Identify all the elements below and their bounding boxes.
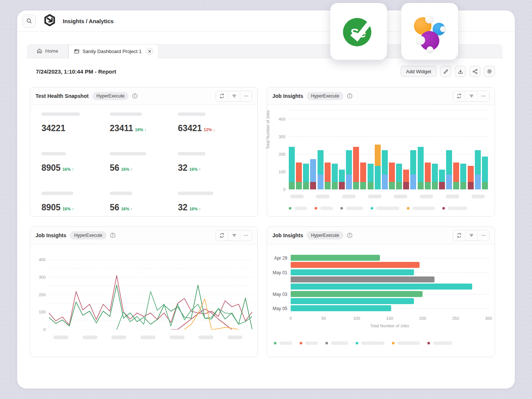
bar-segment [375,166,381,189]
legend-item[interactable] [356,341,384,345]
legend-item[interactable] [274,341,292,345]
stat-delta: 16% ↑ [121,207,133,211]
stacked-bar [296,163,302,189]
refresh-button[interactable] [216,91,228,101]
stacked-bar [360,163,366,189]
legend-item[interactable] [392,341,420,345]
jobs-hbar-chart: Apr 29May 01May 03May 050501001502002503… [267,244,495,357]
bar-segment [396,164,402,182]
more-options-button[interactable] [240,91,252,101]
info-icon[interactable] [347,93,353,99]
h-bar [291,284,472,290]
filter-button[interactable] [228,91,240,101]
info-icon[interactable] [110,232,116,238]
legend-dot [371,207,373,210]
bar-segment [482,157,488,182]
bar-segment [296,163,302,182]
legend-item[interactable] [315,207,333,210]
molecule-card[interactable] [401,3,458,60]
project-icon [74,49,80,54]
info-icon[interactable] [347,232,353,238]
bar-segment [475,150,481,174]
refresh-button[interactable] [453,231,465,241]
add-widget-button[interactable]: Add Widget [400,66,437,77]
settings-button[interactable] [484,66,495,77]
bar-segment [289,147,295,182]
x-axis-label-skeleton [290,195,304,198]
more-options-button[interactable] [240,231,252,241]
refresh-icon [219,93,225,99]
tab-project-label: Sanity Dashboard Project 1 [83,49,142,54]
legend-dot [356,342,358,344]
selenium-card[interactable]: Se [330,3,387,60]
stacked-bar [410,150,416,189]
legend-item[interactable] [340,207,363,210]
stacked-bar [425,163,431,189]
y-tick-label: May 03 [269,292,287,297]
legend-item[interactable] [289,207,307,210]
legend-item[interactable] [371,207,399,210]
legend-label-skeleton [448,207,467,210]
stat-cell: 890516% ↑ [41,192,110,213]
share-button[interactable] [469,66,480,77]
x-tick-label: 250 [451,316,460,321]
gear-icon [486,68,492,74]
pencil-icon [443,69,449,74]
bar-segment [468,182,474,189]
stacked-bar [446,150,452,189]
filter-button[interactable] [465,231,477,241]
share-icon [472,69,478,74]
tab-home[interactable]: Home [27,44,68,58]
more-options-button[interactable] [477,91,489,101]
legend-dot [315,207,317,210]
search-button[interactable] [22,14,36,28]
edit-button[interactable] [440,66,451,77]
refresh-button[interactable] [453,91,465,101]
more-options-button[interactable] [477,231,489,241]
bar-segment [403,170,409,182]
filter-icon [469,93,474,99]
bar-segment [425,163,431,182]
refresh-button[interactable] [216,231,228,241]
bar-segment [332,182,338,189]
stats-grid: 342212341116% ↑6342112% ↓890516% ↑5616% … [30,105,257,213]
selenium-logo-icon: Se [341,14,376,49]
legend-item[interactable] [300,341,318,345]
tab-close-button[interactable] [146,48,153,55]
report-toolbar: 7/24/2023, 1:10:44 PM - Report Add Widge… [36,65,495,77]
legend-label-skeleton [346,207,363,210]
bar-segment [289,182,295,189]
stat-label-skeleton [41,192,73,195]
bar-segment [332,164,338,182]
stat-delta: 16% ↑ [62,207,74,211]
x-axis-label-skeleton [228,335,242,339]
bar-segment [446,174,452,189]
legend-item[interactable] [442,207,467,210]
legend-item[interactable] [407,207,435,210]
info-icon[interactable] [132,93,138,99]
filter-button[interactable] [228,231,240,241]
bar-segment [382,150,388,174]
bar-segment [432,182,438,189]
x-axis-label-skeleton [394,195,407,198]
y-tick-label: 0 [43,327,46,332]
x-axis-label-skeleton [368,195,381,198]
tab-project[interactable]: Sanity Dashboard Project 1 [68,44,159,58]
bar-segment [475,174,481,189]
lambdatest-logo-icon[interactable] [43,14,56,28]
legend-dot [274,342,276,344]
x-axis-skeleton-row [53,335,242,339]
page-title: Insights / Analytics [63,18,114,24]
download-button[interactable] [455,66,466,77]
h-bar [291,291,423,297]
hyperexecute-badge: HyperExecute [70,231,106,239]
widget-title: Job Insights [272,232,303,238]
bar-segment [346,174,352,189]
filter-button[interactable] [465,91,477,101]
close-icon [148,50,151,53]
stat-value: 34221 [41,123,110,133]
legend-item[interactable] [427,341,452,345]
legend-item[interactable] [325,341,348,345]
stacked-bar [310,159,316,189]
svg-text:Se: Se [350,26,366,40]
